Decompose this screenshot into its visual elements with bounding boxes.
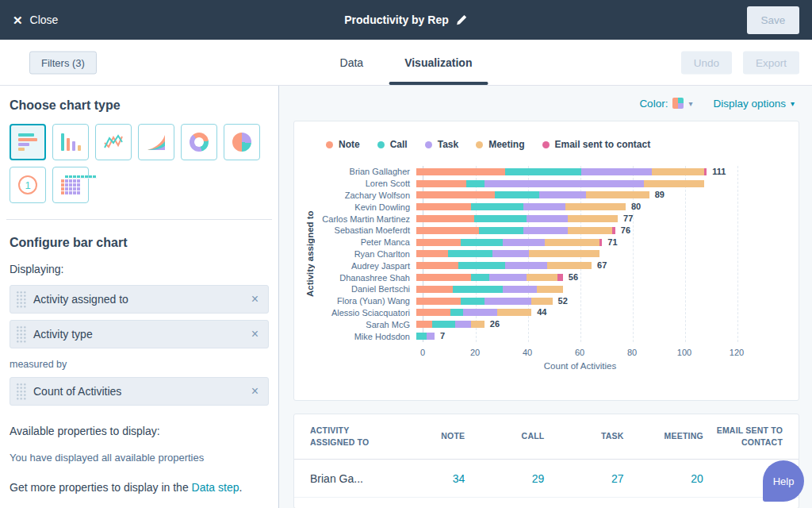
export-button[interactable]: Export [743,51,799,74]
bar-segment[interactable] [416,262,458,269]
bar-segment[interactable] [492,250,529,257]
table-header-cell[interactable]: CALL [465,430,544,442]
bar-segment[interactable] [545,239,599,246]
bar-segment[interactable] [485,298,531,305]
table-cell[interactable]: 34 [385,472,465,485]
filters-button[interactable]: Filters (3) [29,51,97,74]
bar-segment[interactable] [612,227,615,234]
drag-handle-icon[interactable] [16,383,26,400]
bar-segment[interactable] [471,274,489,281]
bar-segment[interactable] [458,262,505,269]
bar-segment[interactable] [704,168,707,175]
bar-segment[interactable] [461,239,503,246]
bar-segment[interactable] [416,203,471,210]
table-header-cell[interactable]: MEETING [624,430,703,442]
bar-segment[interactable] [503,239,545,246]
table-header-cell[interactable]: ACTIVITY ASSIGNED TO [310,425,385,448]
bar-segment[interactable] [539,191,586,198]
bar-segment[interactable] [416,321,432,328]
bar-segment[interactable] [565,203,626,210]
legend-item[interactable]: Call [377,139,408,150]
bar-segment[interactable] [652,168,704,175]
table-cell[interactable]: 29 [465,472,544,485]
bar-segment[interactable] [453,286,503,293]
chart-type-number[interactable]: 1 [10,167,46,203]
chart-type-pie[interactable] [224,124,260,160]
bar-segment[interactable] [416,286,453,293]
close-button[interactable]: ✕ Close [13,13,58,26]
bar-segment[interactable] [471,203,523,210]
chart-type-table[interactable] [52,167,89,203]
field-chip-activity-assigned-to[interactable]: Activity assigned to × [10,285,269,314]
bar-segment[interactable] [416,250,448,257]
bar-segment[interactable] [599,239,602,246]
bar-segment[interactable] [416,274,471,281]
bar-segment[interactable] [485,180,644,187]
chart-type-area[interactable] [138,124,174,160]
bar-segment[interactable] [416,215,474,222]
bar-segment[interactable] [644,180,704,187]
bar-segment[interactable] [568,215,618,222]
bar-segment[interactable] [489,274,526,281]
bar-segment[interactable] [531,298,552,305]
bar-segment[interactable] [416,168,505,175]
chart-type-donut[interactable] [181,124,217,160]
bar-segment[interactable] [455,321,471,328]
undo-button[interactable]: Undo [681,51,732,74]
chart-type-line[interactable] [95,124,132,160]
chart-type-horizontal-bar[interactable] [10,124,46,160]
bar-segment[interactable] [529,250,599,257]
bar-segment[interactable] [503,286,537,293]
tab-data[interactable]: Data [339,40,366,85]
bar-segment[interactable] [537,286,563,293]
field-chip-count-of-activities[interactable]: Count of Activities × [10,377,269,406]
bar-segment[interactable] [461,298,485,305]
data-step-link[interactable]: Data step [192,481,239,494]
table-cell[interactable]: Brian Ga... [310,472,385,485]
legend-item[interactable]: Task [425,139,458,150]
field-chip-activity-type[interactable]: Activity type × [10,320,269,348]
bar-segment[interactable] [450,309,464,316]
remove-field-icon[interactable]: × [242,385,268,398]
bar-segment[interactable] [416,298,461,305]
bar-segment[interactable] [557,274,563,281]
bar-segment[interactable] [581,168,652,175]
bar-segment[interactable] [416,191,495,198]
tab-visualization[interactable]: Visualization [403,40,473,85]
bar-segment[interactable] [416,333,427,340]
color-dropdown[interactable]: Color: ▾ [639,98,692,110]
table-cell[interactable]: 20 [624,472,703,485]
bar-segment[interactable] [547,262,592,269]
bar-segment[interactable] [416,227,479,234]
bar-segment[interactable] [523,227,568,234]
bar-segment[interactable] [416,239,461,246]
legend-item[interactable]: Email sent to contact [542,139,651,150]
legend-item[interactable]: Note [326,139,360,150]
legend-item[interactable]: Meeting [476,139,524,150]
table-cell[interactable]: 27 [544,472,623,485]
bar-segment[interactable] [586,191,649,198]
remove-field-icon[interactable]: × [242,328,268,341]
bar-segment[interactable] [466,180,485,187]
drag-handle-icon[interactable] [16,291,26,308]
bar-segment[interactable] [495,191,539,198]
edit-pencil-icon[interactable] [457,14,468,25]
bar-segment[interactable] [463,309,497,316]
save-button[interactable]: Save [747,6,799,34]
table-header-cell[interactable]: TASK [544,430,623,442]
bar-segment[interactable] [497,309,531,316]
display-options-dropdown[interactable]: Display options ▾ [713,98,795,110]
bar-segment[interactable] [448,250,492,257]
bar-segment[interactable] [471,321,485,328]
bar-segment[interactable] [505,262,547,269]
bar-segment[interactable] [416,309,450,316]
remove-field-icon[interactable]: × [242,293,268,306]
bar-segment[interactable] [427,333,435,340]
bar-segment[interactable] [523,203,565,210]
table-header-cell[interactable]: NOTE [385,430,465,442]
bar-segment[interactable] [432,321,456,328]
table-header-cell[interactable]: EMAIL SENT TO CONTACT [703,425,783,448]
bar-segment[interactable] [568,227,612,234]
help-button[interactable]: Help [763,460,804,502]
bar-segment[interactable] [416,180,466,187]
